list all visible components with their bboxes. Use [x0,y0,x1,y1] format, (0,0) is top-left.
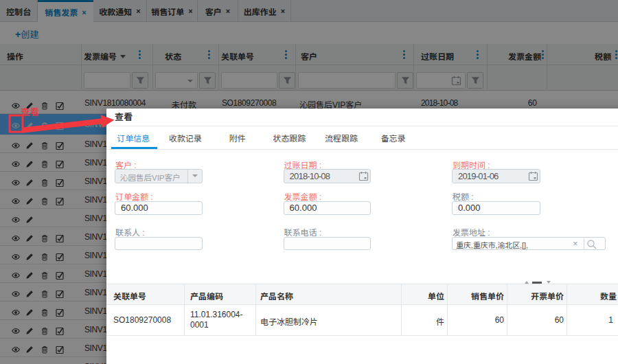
svg-text:查看: 查看 [21,104,39,118]
